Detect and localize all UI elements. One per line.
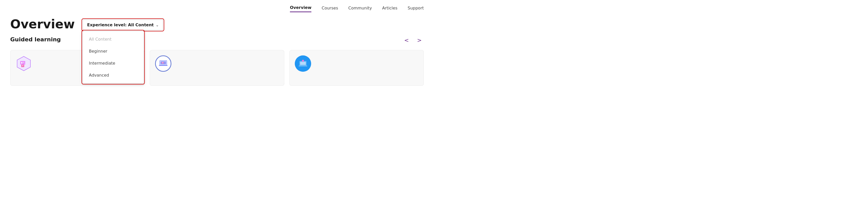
nav-item-overview[interactable]: Overview (290, 5, 311, 12)
dropdown-option-beginner[interactable]: Beginner (83, 45, 144, 57)
page-title: Overview (10, 18, 75, 31)
laptop-badge-icon (297, 58, 309, 69)
experience-level-dropdown-menu: All Content Beginner Intermediate Advanc… (83, 31, 144, 83)
header-row: Overview Experience level: All Content ⌄… (10, 18, 424, 31)
laptop-icon (158, 58, 169, 69)
dropdown-option-all-content[interactable]: All Content (83, 33, 144, 45)
chevron-down-icon: ⌄ (156, 23, 159, 27)
learning-card-3[interactable] (289, 50, 424, 86)
carousel-prev-button[interactable]: < (402, 36, 411, 44)
svg-rect-4 (24, 63, 25, 64)
svg-rect-11 (162, 62, 163, 63)
learning-card-2[interactable] (150, 50, 284, 86)
dropdown-option-advanced[interactable]: Advanced (83, 69, 144, 81)
nav-item-community[interactable]: Community (348, 6, 372, 12)
svg-rect-13 (300, 62, 306, 65)
card-1-icon (16, 56, 32, 72)
svg-rect-3 (23, 62, 24, 63)
guided-learning-label: Guided learning (10, 36, 61, 43)
experience-level-dropdown-trigger[interactable]: Experience level: All Content ⌄ (83, 20, 163, 30)
svg-rect-2 (21, 62, 22, 64)
cards-row (10, 50, 424, 86)
card-3-icon (295, 56, 311, 72)
hex-icon (16, 56, 32, 72)
carousel-nav: < > (402, 36, 424, 44)
guided-learning-section-header: Guided learning < > (10, 36, 424, 47)
experience-level-dropdown-wrapper: Experience level: All Content ⌄ All Cont… (83, 20, 163, 30)
svg-rect-6 (22, 65, 23, 66)
svg-rect-14 (299, 66, 307, 66)
nav-item-support[interactable]: Support (408, 6, 424, 12)
svg-rect-9 (159, 65, 167, 66)
nav-item-courses[interactable]: Courses (321, 6, 338, 12)
dropdown-option-intermediate[interactable]: Intermediate (83, 57, 144, 69)
carousel-next-button[interactable]: > (415, 36, 424, 44)
nav-item-articles[interactable]: Articles (382, 6, 398, 12)
page-container: Overview Courses Community Articles Supp… (0, 0, 434, 102)
dropdown-label: Experience level: All Content (87, 23, 154, 27)
nav-items: Overview Courses Community Articles Supp… (290, 5, 424, 12)
top-navigation: Overview Courses Community Articles Supp… (10, 5, 424, 15)
main-content: Overview Experience level: All Content ⌄… (10, 18, 424, 86)
card-2-icon (155, 56, 172, 72)
